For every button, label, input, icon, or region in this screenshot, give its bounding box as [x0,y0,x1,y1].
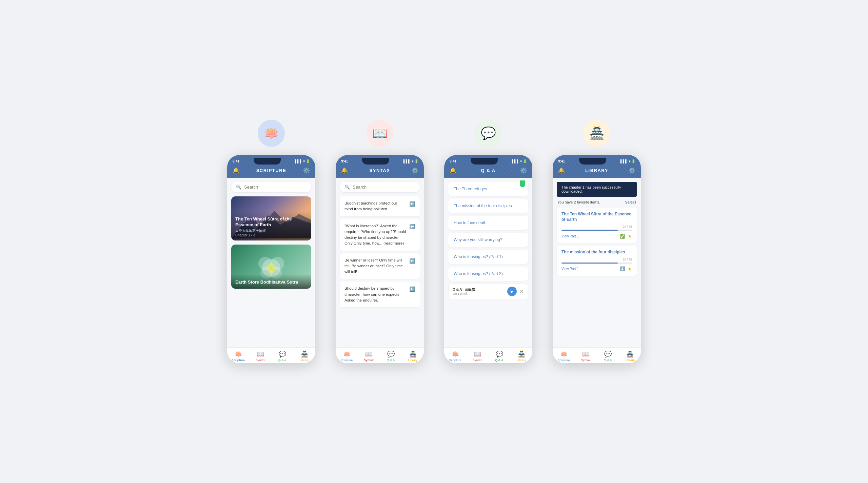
scripture-phone: 9:41 ▌▌▌ ▾ 🔋 🔔 SCRIPTURE ⚙️ 🔍 [227,155,315,363]
download-icon-2[interactable]: ⬇️ [619,266,625,271]
library-item-1-title: The Ten Wheel Sūtra of the Essence of Ea… [561,212,632,222]
bell-icon[interactable]: 🔔 [233,167,239,174]
library-title: LIBRARY [565,168,629,173]
qa-bell-icon[interactable]: 🔔 [450,167,456,174]
syntax-nav-scripture-label: Scripture [340,359,353,362]
library-item-1[interactable]: The Ten Wheel Sūtra of the Essence of Ea… [557,208,637,243]
library-item-1-view[interactable]: View Part 1 [561,234,579,238]
syntax-item-2[interactable]: "What is liberation?" Asked the enquirer… [340,219,420,251]
nav-scripture[interactable]: 🪷 Scripture [227,350,249,362]
player-title: Q & A - 三皈依 [453,287,507,292]
qa-item-5[interactable]: Who is teasing us? (Part 1) [448,250,528,264]
qa-status-time: 9:41 [450,159,456,163]
library-column: 🏯 9:41 ▌▌▌▾🔋 🔔 LIBRARY ⚙️ The chapter 1 … [553,120,641,363]
nav-library-icon: 🏯 [301,350,308,358]
syntax-nav-qa-icon: 💬 [387,350,395,358]
player-subtitle: 2m 11s left [453,292,507,295]
syntax-search-input[interactable] [353,185,415,190]
nav-scripture-icon: 🪷 [235,350,242,358]
library-item-2-progress-text: 20 / 25 [561,258,632,261]
library-item-1-footer: View Part 1 ✅ ★ [561,233,632,239]
library-item-2-title: The mission of the four disciples [561,250,632,255]
qa-nav-scripture[interactable]: 🪷 Scripture [444,350,466,362]
syntax-status-time: 9:41 [341,159,348,163]
syntax-header: 🔔 SYNTAX ⚙️ [336,165,424,178]
qa-nav-scripture-icon: 🪷 [452,350,459,358]
qa-item-3[interactable]: How to face death [448,216,528,230]
qa-nav-qa[interactable]: 💬 Q & A [488,350,510,362]
qa-nav-syntax-icon: 📖 [474,350,481,358]
syntax-item-3[interactable]: Be winner or loser? Only time will tell!… [340,253,420,279]
scripture-body: 🔍 The Ten Wheel Sūtra of the Essence of … [227,178,315,347]
play-button[interactable]: ▶ [507,287,517,296]
syntax-search-bar[interactable]: 🔍 [340,182,420,192]
library-app-icon: 🏯 [583,120,610,147]
close-button[interactable]: ✕ [519,288,524,295]
scripture-search-input[interactable] [244,185,307,190]
gear-icon[interactable]: ⚙️ [303,167,310,174]
qa-bottom-nav: 🪷 Scripture 📖 Syntax 💬 Q & A 🏯 Library [444,347,532,363]
select-button[interactable]: Select [625,200,636,204]
syntax-bottom-nav: 🪷 Scripture 📖 Syntax 💬 Q & A 🏯 Library [336,347,424,363]
share-icon-4[interactable]: ⬅️ [409,286,415,292]
card1-overlay: The Ten Wheel Sūtra of the Essence of Ea… [231,211,311,240]
nav-qa[interactable]: 💬 Q & A [271,350,293,362]
qa-item-4[interactable]: Why are you still worrying? [448,233,528,247]
syntax-title: SYNTAX [348,168,412,173]
library-nav-syntax[interactable]: 📖 Syntax [575,350,597,362]
qa-nav-library[interactable]: 🏯 Library [510,350,532,362]
nav-syntax[interactable]: 📖 Syntax [249,350,271,362]
qa-item-1[interactable]: The Three refuges [448,182,528,196]
syntax-nav-library-icon: 🏯 [409,350,417,358]
share-icon-2[interactable]: ⬅️ [409,224,415,229]
syntax-gear-icon[interactable]: ⚙️ [412,167,418,174]
library-nav-scripture[interactable]: 🪷 Scripture [553,350,575,362]
library-nav-qa[interactable]: 💬 Q & A [597,350,619,362]
library-item-2[interactable]: The mission of the four disciples 20 / 2… [557,246,637,276]
syntax-item-1[interactable]: Buddhist teachings protect our mind from… [340,196,420,216]
syntax-bell-icon[interactable]: 🔔 [341,167,348,174]
syntax-nav-scripture[interactable]: 🪷 Scripture [336,350,358,362]
syntax-nav-scripture-icon: 🪷 [343,350,351,358]
qa-nav-library-label: Library [517,359,526,362]
nav-library[interactable]: 🏯 Library [293,350,315,362]
qa-title: Q & A [456,168,520,173]
qa-gear-icon[interactable]: ⚙️ [520,167,527,174]
library-bell-icon[interactable]: 🔔 [558,167,565,174]
favorites-count: You have 2 favorite items. [557,200,600,204]
library-nav-syntax-icon: 📖 [582,350,590,358]
syntax-nav-library[interactable]: 🏯 Library [402,350,424,362]
qa-item-6[interactable]: Who is teasing us? (Part 2) [448,267,528,281]
library-item-2-footer: View Part 1 ⬇️ ★ [561,266,632,272]
qa-item-2[interactable]: The mission of the four disciples [448,199,528,213]
syntax-nav-syntax[interactable]: 📖 Syntax [358,350,380,362]
nav-qa-icon: 💬 [279,350,286,358]
star-icon-2[interactable]: ★ [628,266,632,272]
share-icon-1[interactable]: ⬅️ [409,201,415,207]
nav-qa-label: Q & A [278,359,287,362]
syntax-text-4: Should destiny be shaped by character, h… [344,286,407,303]
library-item-2-actions: ⬇️ ★ [619,266,632,272]
bookmark-icon-1 [520,180,525,187]
scripture-card-1[interactable]: The Ten Wheel Sūtra of the Essence of Ea… [231,196,311,240]
library-nav-scripture-label: Scripture [557,359,570,362]
syntax-item-4[interactable]: Should destiny be shaped by character, h… [340,282,420,307]
scripture-card-2[interactable]: Earth Store Bodhisattva Sutra [231,245,311,289]
syntax-status-bar: 9:41 ▌▌▌▾🔋 [336,155,424,165]
qa-nav-syntax[interactable]: 📖 Syntax [466,350,488,362]
library-nav-library[interactable]: 🏯 Library [619,350,641,362]
share-icon-3[interactable]: ⬅️ [409,258,415,264]
library-item-2-view[interactable]: View Part 1 [561,267,579,271]
syntax-nav-qa[interactable]: 💬 Q & A [380,350,402,362]
library-nav-library-icon: 🏯 [626,350,634,358]
notch [254,158,281,165]
star-icon-1[interactable]: ★ [628,233,632,239]
qa-text-4: Why are you still worrying? [454,237,502,242]
search-icon: 🔍 [236,185,241,190]
syntax-notch [362,158,389,165]
library-status-icons: ▌▌▌▾🔋 [620,159,635,163]
scripture-search-bar[interactable]: 🔍 [231,182,311,192]
syntax-text-3: Be winner or loser? Only time will tell!… [344,257,407,275]
library-gear-icon[interactable]: ⚙️ [629,167,635,174]
syntax-phone: 9:41 ▌▌▌▾🔋 🔔 SYNTAX ⚙️ 🔍 Buddhist teachi… [336,155,424,363]
